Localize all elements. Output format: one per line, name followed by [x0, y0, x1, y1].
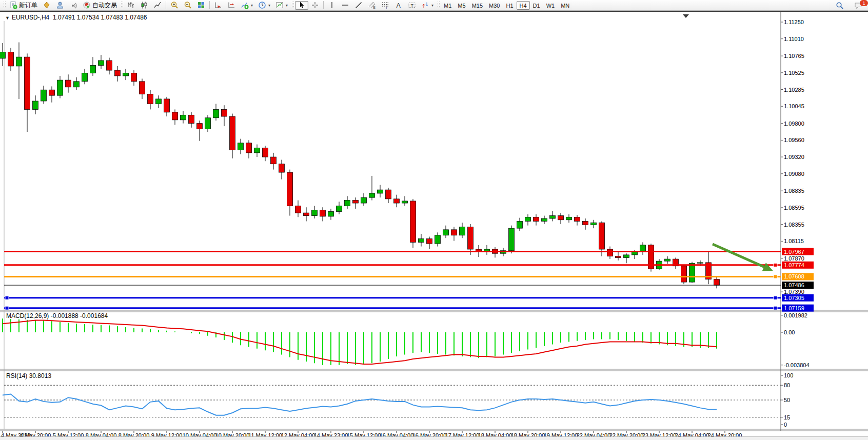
chevron-down-icon: ▾ — [251, 3, 253, 8]
auto-scroll-button[interactable] — [211, 1, 225, 10]
quote-high: 1.07534 — [77, 14, 99, 21]
crosshair-button[interactable] — [308, 1, 322, 10]
quote-low: 1.07483 — [101, 14, 123, 21]
label-button[interactable]: T — [405, 1, 419, 10]
svg-text:1.07305: 1.07305 — [784, 295, 804, 301]
chart-shift-button[interactable] — [225, 1, 238, 10]
chart-symbol-period: EURUSD-,H4 — [12, 14, 49, 21]
timeframe-button-m30[interactable]: M30 — [486, 1, 503, 10]
template-icon — [275, 1, 284, 9]
crosshair-icon — [311, 1, 319, 9]
styler-button[interactable] — [40, 1, 53, 10]
chevron-down-icon: ▾ — [286, 3, 288, 8]
periods-button[interactable]: ▾ — [255, 1, 273, 10]
zoom-out-icon — [184, 1, 192, 9]
toolbar-grip — [437, 1, 440, 9]
community-button[interactable] — [53, 1, 67, 10]
timeframe-button-mn[interactable]: MN — [558, 1, 573, 10]
svg-text:15: 15 — [784, 414, 790, 421]
svg-text:T: T — [411, 3, 414, 8]
vline-icon — [328, 1, 336, 9]
hline-button[interactable] — [339, 1, 352, 10]
signals-button[interactable] — [67, 1, 80, 10]
toolbar-separator — [166, 1, 166, 9]
trendline-button[interactable] — [352, 1, 365, 10]
person-icon — [56, 1, 64, 9]
trendline-icon — [354, 1, 363, 9]
line-handle[interactable] — [774, 306, 777, 310]
hline-1.07159[interactable]: 1.07159 — [4, 305, 814, 312]
templates-button[interactable]: ▾ — [273, 1, 290, 10]
macd-panel: 0.0019820.00-0.003804 — [3, 312, 810, 368]
toolbar-grip — [121, 1, 123, 9]
svg-text:1.08355: 1.08355 — [784, 222, 804, 228]
chart-shift-icon — [227, 1, 235, 9]
svg-text:1.07967: 1.07967 — [784, 249, 804, 255]
arrows-button[interactable]: ▾ — [419, 1, 436, 10]
svg-text:1.09560: 1.09560 — [784, 137, 804, 143]
svg-text:1.07159: 1.07159 — [784, 305, 804, 311]
line-handle[interactable] — [774, 263, 777, 267]
timeframe-button-w1[interactable]: W1 — [543, 1, 558, 10]
autotrade-button[interactable]: 自动交易 — [80, 1, 120, 10]
macd-value: -0.001888 — [51, 312, 78, 319]
cursor-button[interactable] — [295, 1, 308, 10]
main-toolbar: 新订单自动交易▾▾▾EFAT▾M1M5M15M30H1H4D1W1MN — [0, 0, 868, 11]
zoom-in-icon — [170, 1, 179, 9]
chevron-down-icon: ▾ — [268, 3, 270, 8]
brush-icon — [43, 1, 51, 9]
hline-icon — [341, 1, 349, 9]
timeframe-button-h1[interactable]: H1 — [503, 1, 516, 10]
channel-button[interactable]: E — [365, 1, 379, 10]
line-handle[interactable] — [774, 296, 777, 299]
line-handle[interactable] — [5, 306, 9, 310]
toolbar-grip — [291, 1, 294, 9]
bottom-strip — [0, 436, 868, 440]
vline-button[interactable] — [325, 1, 339, 10]
svg-text:F: F — [386, 6, 388, 10]
text-button[interactable]: A — [392, 1, 405, 10]
panel-separators — [0, 12, 868, 431]
line-chart-button[interactable] — [151, 1, 164, 10]
hline-1.07305[interactable]: 1.07305 — [4, 294, 814, 302]
quote-open: 1.07491 — [53, 14, 75, 21]
tile-windows-button[interactable] — [194, 1, 208, 10]
auto-scroll-icon — [214, 1, 222, 9]
timeframe-button-m5[interactable]: M5 — [455, 1, 468, 10]
trend-arrow[interactable] — [713, 244, 773, 271]
price-chart[interactable]: 1.112501.110101.107651.105251.102851.100… — [0, 12, 868, 438]
line-handle[interactable] — [774, 275, 777, 278]
svg-text:0: 0 — [784, 422, 787, 428]
svg-text:E: E — [373, 6, 376, 9]
fibonacci-button[interactable]: F — [379, 1, 392, 10]
hline-1.07967[interactable]: 1.07967 — [4, 248, 814, 255]
svg-text:1.09800: 1.09800 — [784, 121, 804, 127]
fibonacci-icon: F — [381, 1, 389, 9]
chart-window: 1.112501.110101.107651.105251.102851.100… — [0, 11, 868, 440]
svg-text:1.08115: 1.08115 — [784, 238, 804, 244]
chat-button[interactable]: 1 — [852, 1, 865, 10]
symbol-dropdown-icon[interactable]: ▼ — [5, 15, 10, 21]
chevron-down-icon: ▾ — [431, 3, 433, 8]
toolbar-grip — [3, 1, 6, 9]
timeframe-button-m15[interactable]: M15 — [469, 1, 486, 10]
new-order-button[interactable]: 新订单 — [7, 1, 40, 10]
timeframe-button-d1[interactable]: D1 — [530, 1, 543, 10]
rsi-value: 30.8013 — [29, 372, 51, 379]
zoom-out-button[interactable] — [181, 1, 194, 10]
svg-text:50: 50 — [784, 397, 790, 403]
rsi-panel: 1008050150 — [3, 372, 793, 428]
candle-chart-button[interactable] — [137, 1, 151, 10]
timeframe-button-m1[interactable]: M1 — [441, 1, 455, 10]
svg-text:1.10525: 1.10525 — [784, 70, 804, 76]
toolbar-separator — [209, 1, 210, 9]
search-button[interactable] — [833, 1, 846, 10]
zoom-in-button[interactable] — [168, 1, 181, 10]
indicators-button[interactable]: ▾ — [238, 1, 255, 10]
line-handle[interactable] — [5, 296, 9, 299]
timeframe-button-h4[interactable]: H4 — [517, 1, 530, 10]
svg-text:1.08835: 1.08835 — [784, 188, 804, 194]
bar-chart-button[interactable] — [124, 1, 137, 10]
add-indicator-icon — [241, 1, 249, 9]
svg-text:1.09320: 1.09320 — [784, 154, 804, 160]
